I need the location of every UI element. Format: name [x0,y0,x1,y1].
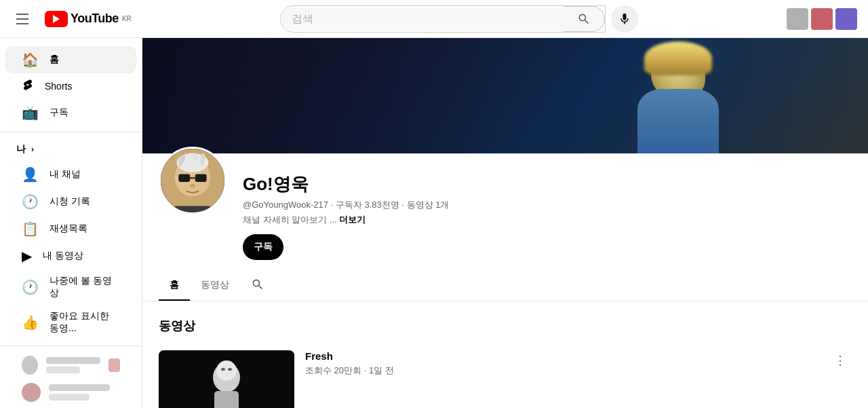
svg-rect-10 [214,391,239,408]
sub-badge-1 [108,358,120,372]
svg-point-13 [228,368,232,371]
tab-videos[interactable]: 동영상 [190,271,240,301]
channel-name: Go!영욱 [243,172,852,196]
video-list: 3:42 Fresh 조회수 20만회 · 1일 전 ⋮ [159,345,852,408]
sidebar-item-subscriptions[interactable]: 📺 구독 [5,99,136,126]
channel-more-link[interactable]: 더보기 [339,215,366,225]
avatar-1[interactable] [787,8,808,30]
video-info: Fresh 조회수 20만회 · 1일 전 [305,350,852,377]
videos-section: 동영상 [142,301,868,408]
channel-desc-text: 채널 자세히 알아보기 ... [243,215,337,225]
svg-rect-7 [174,206,212,215]
search-icon [577,12,591,26]
youtube-logo[interactable]: YouTubeKR [45,11,132,27]
header: YouTubeKR [0,0,868,38]
hamburger-menu-button[interactable] [11,8,34,30]
avatar-3[interactable] [835,8,857,30]
channel-video-count: 동영상 1개 [407,200,450,210]
mic-button[interactable] [611,5,638,33]
channel-info: Go!영욱 @GoYoungWook-217 · 구독자 3.83천명 · 동영… [142,153,868,260]
sidebar-divider-2 [0,346,142,346]
sidebar-label-shorts: Shorts [45,81,72,92]
shorts-icon [22,79,34,94]
svg-rect-4 [195,174,207,182]
header-left: YouTubeKR [11,8,132,30]
avatar-group [787,8,857,30]
sidebar-label-subscriptions: 구독 [50,107,68,119]
channel-handle: @GoYoungWook-217 [243,200,328,210]
table-row: 3:42 Fresh 조회수 20만회 · 1일 전 ⋮ [159,345,852,408]
channel-tabs: 홈 동영상 [142,271,868,301]
sidebar: 🏠 홈 Shorts 📺 구독 나 › 👤 내 채널 🕐 시청 기록 📋 [0,38,142,408]
svg-point-12 [221,368,225,371]
sidebar-item-my-videos[interactable]: ▶ 내 동영상 [5,242,136,270]
avatar-2[interactable] [811,8,833,30]
sidebar-label-my-channel: 내 채널 [50,168,81,181]
mic-icon [618,12,631,26]
sidebar-label-playlists: 재생목록 [50,223,87,235]
search-bar [280,5,606,33]
search-input[interactable] [281,7,564,31]
sidebar-item-my-channel[interactable]: 👤 내 채널 [5,161,136,188]
sub-avatar-2 [22,383,41,402]
channel-avatar-illustration [161,147,224,215]
watch-later-icon: 🕐 [22,279,39,295]
video-title[interactable]: Fresh [305,350,852,362]
my-videos-icon: ▶ [22,248,32,264]
subscriptions-icon: 📺 [22,105,39,121]
video-views: 조회수 20만회 [305,365,361,375]
sidebar-item-shorts[interactable]: Shorts [5,73,136,99]
svg-point-11 [216,360,237,381]
banner-person-silhouette [597,38,800,153]
sidebar-item-history[interactable]: 🕐 시청 기록 [5,188,136,215]
video-thumbnail-art [159,350,294,408]
youtube-icon [45,11,68,27]
section-title: 동영상 [159,318,852,334]
sidebar-divider-1 [0,132,142,132]
search-button[interactable] [564,6,605,32]
svg-rect-3 [178,174,190,182]
sidebar-me-label: 나 [16,143,26,155]
home-icon: 🏠 [22,52,39,68]
channel-subscribers: 구독자 3.83천명 [336,200,399,210]
sidebar-item-playlists[interactable]: 📋 재생목록 [5,215,136,242]
channel-meta: @GoYoungWook-217 · 구독자 3.83천명 · 동영상 1개 [243,199,852,211]
playlists-icon: 📋 [22,221,39,237]
sub-item-2[interactable] [5,379,136,406]
sidebar-label-history: 시청 기록 [50,196,90,208]
channel-description: 채널 자세히 알아보기 ... 더보기 [243,214,852,226]
sidebar-item-home[interactable]: 🏠 홈 [5,46,136,73]
video-age: 1일 전 [369,365,394,375]
history-icon: 🕐 [22,193,39,210]
youtube-wordmark: YouTube [71,12,119,26]
sidebar-label-home: 홈 [50,54,59,66]
channel-banner [142,38,868,153]
tab-search-icon[interactable] [245,272,270,300]
header-right [787,8,857,30]
sidebar-me-section[interactable]: 나 › [0,138,142,161]
video-thumbnail[interactable]: 3:42 [159,350,294,408]
youtube-kr-label: KR [122,15,132,22]
channel-details: Go!영욱 @GoYoungWook-217 · 구독자 3.83천명 · 동영… [243,167,852,260]
tab-home[interactable]: 홈 [159,271,190,301]
video-more-button[interactable]: ⋮ [829,350,852,371]
main-layout: 🏠 홈 Shorts 📺 구독 나 › 👤 내 채널 🕐 시청 기록 📋 [0,38,868,408]
sub-text-2 [49,384,110,391]
svg-point-6 [190,184,195,188]
sidebar-label-watch-later: 나중에 볼 동영상 [50,275,120,299]
sidebar-label-my-videos: 내 동영상 [43,250,83,262]
video-meta: 조회수 20만회 · 1일 전 [305,365,852,377]
sidebar-item-watch-later[interactable]: 🕐 나중에 볼 동영상 [5,270,136,305]
chevron-right-icon: › [31,145,34,154]
sidebar-item-liked[interactable]: 👍 좋아요 표시한 동영... [5,305,136,340]
my-channel-icon: 👤 [22,166,39,183]
liked-icon: 👍 [22,314,39,331]
sub-avatar-1 [22,356,38,375]
sub-text-2b [49,394,90,401]
sidebar-label-liked: 좋아요 표시한 동영... [50,310,120,335]
sub-text-1 [46,357,100,364]
header-center [132,5,787,33]
main-content: Go!영욱 @GoYoungWook-217 · 구독자 3.83천명 · 동영… [142,38,868,408]
subscribe-button[interactable]: 구독 [243,234,283,260]
sub-item-1[interactable] [5,352,136,379]
